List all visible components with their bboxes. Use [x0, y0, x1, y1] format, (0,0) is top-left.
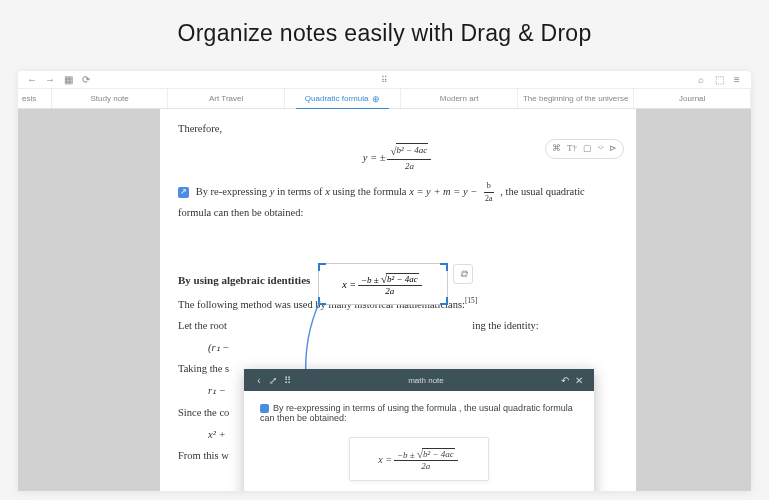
tab-beginning-universe[interactable]: The beginning of the universe — [518, 89, 635, 108]
tab-study-note[interactable]: Study note — [52, 89, 169, 108]
popup-expand-icon[interactable]: ⤢ — [266, 375, 280, 386]
grid-view-icon[interactable]: ▦ — [62, 74, 74, 86]
tab-journal[interactable]: Journal — [634, 89, 751, 108]
note-popup-title: math note — [294, 376, 558, 385]
more-action-icon[interactable]: ⊳ — [609, 142, 617, 156]
doc-paragraph: Therefore, — [178, 121, 618, 137]
link-action-icon[interactable]: ⌘ — [552, 142, 561, 156]
tab-add-icon[interactable]: ⊕ — [372, 94, 380, 104]
share-icon[interactable]: ⬚ — [713, 74, 725, 86]
tab-bar: esis Study note Art Travel Quadratic for… — [18, 89, 751, 109]
close-icon[interactable]: ✕ — [572, 375, 586, 386]
drag-formula-card[interactable]: x = −b ± b² − 4ac2a ⧉ — [318, 263, 448, 305]
action-pill: ⌘ T† ▢ ⌔ ⊳ — [545, 139, 624, 159]
app-grid-icon[interactable]: ⠿ — [381, 75, 388, 85]
doc-paragraph: By re-expressing y in terms of x using t… — [178, 180, 618, 221]
tab-modern-art[interactable]: Modern art — [401, 89, 518, 108]
back-icon[interactable]: ← — [26, 74, 38, 86]
image-action-icon[interactable]: ▢ — [583, 142, 592, 156]
note-anchor-icon[interactable] — [178, 187, 189, 198]
note-popup-body: By re-expressing in terms of using the f… — [244, 391, 594, 491]
doc-paragraph: Let the root ing the identity: — [178, 318, 618, 334]
note-anchor-icon[interactable] — [260, 404, 269, 413]
selection-handle-icon[interactable] — [318, 263, 326, 271]
selection-handle-icon[interactable] — [440, 297, 448, 305]
forward-icon[interactable]: → — [44, 74, 56, 86]
copy-icon[interactable]: ⧉ — [453, 264, 473, 284]
popup-back-icon[interactable]: ‹ — [252, 375, 266, 386]
undo-icon[interactable]: ↶ — [558, 375, 572, 386]
note-popup-header[interactable]: ‹ ⤢ ⠿ math note ↶ ✕ — [244, 369, 594, 391]
selection-handle-icon[interactable] — [318, 297, 326, 305]
text-action-icon[interactable]: T† — [567, 142, 577, 156]
tab-esis[interactable]: esis — [18, 89, 52, 108]
search-icon[interactable]: ⌕ — [695, 74, 707, 86]
promo-title: Organize notes easily with Drag & Drop — [0, 0, 769, 71]
top-toolbar: ← → ▦ ⟳ ⠿ ⌕ ⬚ ≡ — [18, 71, 751, 89]
popup-grid-icon[interactable]: ⠿ — [280, 375, 294, 386]
tab-art-travel[interactable]: Art Travel — [168, 89, 285, 108]
comment-action-icon[interactable]: ⌔ — [598, 142, 603, 156]
note-formula-card[interactable]: x = −b ± b² − 4ac2a — [349, 437, 489, 481]
note-popup[interactable]: ‹ ⤢ ⠿ math note ↶ ✕ By re-expressing in … — [244, 369, 594, 491]
formula-block: (r₁ − — [178, 340, 618, 356]
tab-quadratic-formula[interactable]: Quadratic formula⊕ — [285, 89, 402, 108]
app-window: ← → ▦ ⟳ ⠿ ⌕ ⬚ ≡ esis Study note Art Trav… — [18, 71, 751, 491]
refresh-icon[interactable]: ⟳ — [80, 74, 92, 86]
selection-handle-icon[interactable] — [440, 263, 448, 271]
menu-icon[interactable]: ≡ — [731, 74, 743, 86]
